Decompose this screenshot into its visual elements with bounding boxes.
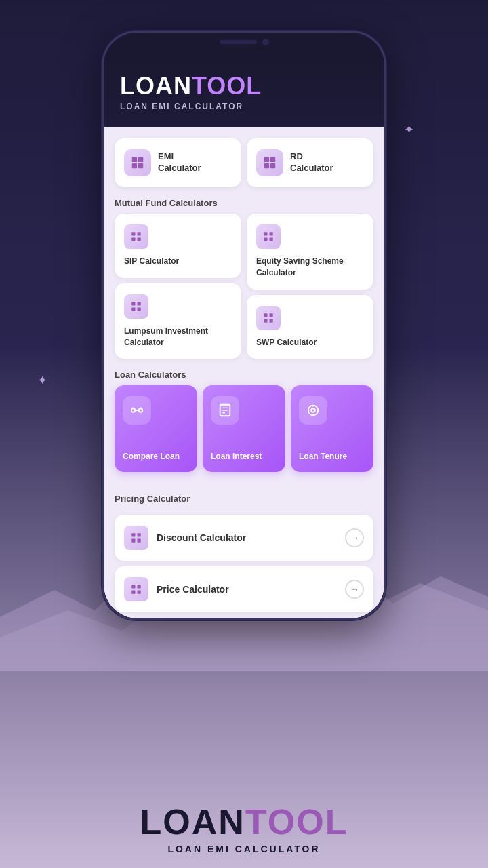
bottom-title-loan: LOAN	[140, 802, 245, 842]
svg-point-24	[131, 409, 136, 413]
svg-rect-10	[131, 238, 135, 241]
swp-icon	[256, 306, 281, 330]
sip-icon	[124, 224, 148, 249]
svg-rect-14	[131, 307, 135, 311]
bottom-title: LOANTOOL	[0, 802, 488, 842]
svg-rect-3	[138, 163, 143, 168]
svg-rect-39	[131, 534, 135, 537]
mutual-fund-grid: SIP Calculator Lumpsum Investment Calcul…	[104, 214, 384, 359]
loan-interest-card[interactable]: Loan Interest	[203, 385, 285, 472]
bottom-branding: LOANTOOL LOAN EMI CALCULATOR	[0, 802, 488, 854]
price-label: Price Calculator	[157, 584, 337, 595]
app-title: LOANTOOL	[120, 72, 368, 100]
svg-rect-4	[264, 157, 269, 162]
star-icon-3: ✦	[404, 122, 414, 137]
svg-point-25	[139, 409, 143, 413]
swp-calculator-card[interactable]: SWP Calculator	[247, 295, 373, 359]
svg-rect-19	[270, 238, 273, 241]
svg-rect-1	[138, 157, 143, 162]
svg-rect-11	[138, 238, 141, 241]
loan-tenure-icon	[299, 396, 327, 425]
emi-icon	[124, 149, 151, 176]
svg-rect-16	[264, 232, 267, 235]
svg-rect-2	[132, 163, 137, 168]
svg-rect-7	[270, 163, 275, 168]
bottom-title-tool: TOOL	[245, 802, 348, 842]
ess-calculator-card[interactable]: Equity Saving Scheme Calculator	[247, 214, 373, 290]
rd-label: RDCalculator	[290, 151, 333, 174]
sip-calculator-card[interactable]: SIP Calculator	[115, 214, 241, 278]
speaker	[220, 40, 257, 44]
ess-label: Equity Saving Scheme Calculator	[256, 256, 364, 279]
star-icon-4: ✦	[37, 373, 47, 388]
power-button	[384, 134, 386, 175]
discount-icon	[124, 526, 148, 550]
svg-rect-43	[131, 585, 135, 589]
app-title-loan: LOAN	[120, 72, 192, 100]
pricing-section: Discount Calculator → Price Calculator →	[104, 509, 384, 612]
price-calculator-card[interactable]: Price Calculator →	[115, 566, 373, 612]
svg-rect-21	[270, 313, 273, 317]
svg-rect-5	[270, 157, 275, 162]
lumpsum-label: Lumpsum Investment Calculator	[124, 326, 232, 349]
loan-grid: Compare Loan Loan Interest	[104, 385, 384, 472]
camera	[262, 39, 269, 45]
quick-calc-row: EMICalculator RDCalculator	[104, 127, 384, 187]
svg-rect-20	[264, 313, 267, 317]
emi-label: EMICalculator	[158, 151, 201, 174]
loan-section-label: Loan Calculators	[104, 359, 384, 385]
emi-calculator-card[interactable]: EMICalculator	[115, 138, 241, 187]
pricing-section-label: Pricing Calculator	[104, 483, 384, 509]
svg-point-34	[311, 409, 315, 413]
compare-loan-label: Compare Loan	[123, 452, 189, 461]
rd-icon	[256, 149, 283, 176]
lumpsum-calculator-card[interactable]: Lumpsum Investment Calculator	[115, 283, 241, 359]
loan-tenure-card[interactable]: Loan Tenure	[291, 385, 373, 472]
app-title-tool: TOOL	[192, 72, 262, 100]
svg-rect-17	[270, 232, 273, 235]
sip-label: SIP Calculator	[124, 256, 232, 267]
phone-screen: LOANTOOL LOAN EMI CALCULATOR EMICalculat…	[104, 52, 384, 618]
loan-tenure-label: Loan Tenure	[299, 452, 365, 461]
svg-rect-42	[138, 539, 141, 542]
rd-calculator-card[interactable]: RDCalculator	[247, 138, 373, 187]
svg-rect-44	[138, 585, 141, 589]
phone-frame: LOANTOOL LOAN EMI CALCULATOR EMICalculat…	[102, 31, 386, 620]
discount-label: Discount Calculator	[157, 532, 337, 543]
lumpsum-icon	[124, 294, 148, 319]
svg-rect-46	[138, 591, 141, 594]
svg-rect-6	[264, 163, 269, 168]
phone-notch	[197, 33, 291, 52]
volume-button	[102, 114, 104, 141]
swp-label: SWP Calculator	[256, 337, 364, 349]
app-header: LOANTOOL LOAN EMI CALCULATOR	[104, 52, 384, 127]
svg-point-33	[308, 406, 319, 416]
svg-rect-15	[138, 307, 141, 311]
svg-rect-12	[131, 302, 135, 305]
loan-interest-label: Loan Interest	[211, 452, 277, 461]
compare-loan-card[interactable]: Compare Loan	[115, 385, 197, 472]
mf-right-col: Equity Saving Scheme Calculator SWP Calc…	[247, 214, 373, 359]
svg-rect-0	[132, 157, 137, 162]
discount-arrow: →	[345, 528, 364, 547]
mf-left-col: SIP Calculator Lumpsum Investment Calcul…	[115, 214, 241, 359]
price-arrow: →	[345, 580, 364, 599]
svg-rect-18	[264, 238, 267, 241]
bottom-subtitle: LOAN EMI CALCULATOR	[0, 844, 488, 854]
svg-rect-13	[138, 302, 141, 305]
svg-rect-40	[138, 534, 141, 537]
svg-rect-9	[138, 232, 141, 235]
mutual-fund-section-label: Mutual Fund Calculators	[104, 187, 384, 214]
svg-rect-22	[264, 319, 267, 322]
svg-rect-45	[131, 591, 135, 594]
compare-loan-icon	[123, 396, 151, 425]
svg-rect-41	[131, 539, 135, 542]
price-icon	[124, 577, 148, 601]
app-subtitle: LOAN EMI CALCULATOR	[120, 102, 368, 111]
loan-interest-icon	[211, 396, 239, 425]
ess-icon	[256, 224, 281, 249]
svg-rect-23	[270, 319, 273, 322]
discount-calculator-card[interactable]: Discount Calculator →	[115, 515, 373, 561]
svg-rect-8	[131, 232, 135, 235]
